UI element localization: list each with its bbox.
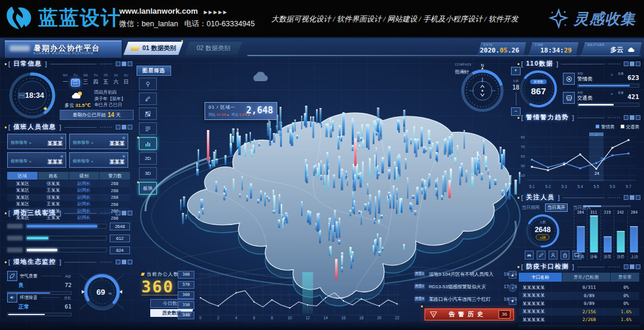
duty-cell: 副局长 [69, 195, 100, 201]
y-axis-pill: 340 [178, 312, 194, 319]
sparkle-icon [549, 8, 569, 29]
alert-nav: ▲ ● ▼ [509, 271, 516, 305]
table-row[interactable]: 某某区王某某副局长268 [7, 187, 130, 195]
lock-icon[interactable] [561, 251, 569, 260]
panel-title: 湿地生态监控 [13, 258, 56, 266]
alert-scroll-up-icon[interactable]: ▲ [509, 271, 516, 279]
tab-day-left[interactable]: 当日离开 [545, 203, 568, 212]
panel-controls[interactable] [116, 260, 132, 264]
bar-value: 264 [629, 211, 639, 215]
alert-row[interactable]: 类型4某路口有小汽车连闯三个红灯19:24 [414, 295, 517, 303]
alert-row[interactable]: 类型1湿地3-104片区有不明人员闯入19:24 [414, 270, 517, 278]
week-day[interactable]: MO一 [61, 73, 70, 87]
tab-data-category-2[interactable]: 02 数据类别 [185, 42, 242, 55]
close-icon [624, 195, 628, 200]
layer-button-pin-icon[interactable] [139, 78, 157, 90]
alert-row[interactable]: 类型2RD13-53烟感报警疑似火灾17:24 [414, 282, 517, 291]
noise-icon [7, 292, 17, 303]
table-row[interactable]: 某某某某某2/1561.6% [519, 308, 639, 316]
focus-chart-scrollbar[interactable] [583, 205, 631, 207]
panel-controls[interactable] [624, 195, 640, 200]
panel-controls[interactable] [116, 211, 132, 215]
checkpoint-name: 某某某某某 [519, 309, 565, 314]
week-day[interactable]: TU二 [71, 73, 80, 87]
duty-cell: 副局长 [69, 181, 100, 187]
table-row[interactable]: 某某某某某0/890% [519, 300, 639, 308]
zoom-out-button[interactable]: − [511, 107, 521, 116]
checkpoint-col-header[interactable]: 异常率 [611, 273, 639, 282]
panel-controls[interactable] [116, 125, 132, 129]
zoom-in-button[interactable]: + [511, 67, 521, 75]
table-row[interactable]: 某某区张某某副局长268 [7, 194, 130, 201]
layer-button-grid-icon[interactable] [139, 107, 157, 120]
layer-button-板块[interactable]: 板块 [139, 182, 157, 195]
table-row[interactable]: 某某区张某某副局长268 [7, 180, 130, 187]
week-day[interactable]: SA六 [112, 73, 120, 87]
card-close-icon[interactable]: ⊗ [60, 135, 63, 140]
week-day[interactable]: SU日 [122, 73, 131, 87]
bar[interactable] [630, 226, 638, 252]
svg-text:2: 2 [217, 316, 219, 320]
car-icon[interactable] [525, 251, 534, 260]
duty-leader-card[interactable]: 值班领导»⊗某某某 [7, 134, 66, 149]
svg-text:20: 20 [377, 316, 382, 320]
duty-leader-card[interactable]: 值班领导»⊗某某某 [69, 152, 128, 168]
duty-cell: 某某区 [7, 181, 38, 187]
layer-button-list-icon[interactable] [139, 122, 157, 135]
panel-controls[interactable] [116, 61, 132, 66]
card-close-icon[interactable]: ⊗ [60, 154, 63, 158]
week-day[interactable]: WE三 [81, 73, 90, 87]
svg-text:12: 12 [305, 316, 310, 320]
week-calendar[interactable]: MO一TU二WE三TH四FR五SA六SU日 [61, 73, 131, 87]
alert-scroll-dot-icon[interactable]: ● [509, 284, 516, 292]
pen-icon[interactable] [537, 251, 546, 260]
website-link[interactable]: www.lanlanwork.com [119, 7, 198, 16]
alert-scroll-down-icon[interactable]: ▼ [509, 297, 516, 305]
table-row[interactable]: 某某某某某0/3110% [519, 283, 639, 292]
duty-leader-card[interactable]: 值班领导»⊗某某某 [69, 134, 128, 149]
duty-cell: 副局长 [69, 187, 100, 193]
expand-icon [636, 115, 640, 120]
week-day[interactable]: TH四 [91, 73, 100, 87]
bar-slot: 264上访 [627, 210, 640, 260]
checkpoint-col-header[interactable]: 卡口名称 [519, 273, 562, 282]
duty-name: 某某某 [48, 159, 63, 166]
table-row[interactable]: 某某某某某0/890% [519, 292, 639, 300]
panel-controls[interactable] [624, 115, 640, 120]
panel-controls[interactable] [624, 264, 640, 269]
tab-data-category-1[interactable]: 01 数据类别 [123, 42, 183, 55]
layer-button-3d[interactable]: 3D [139, 167, 157, 180]
duty-cell: 张某某 [38, 195, 69, 201]
layer-button-barchart-icon[interactable] [139, 137, 157, 150]
duty-name: 某某某 [110, 140, 125, 147]
week-day[interactable]: FR五 [101, 73, 110, 87]
inspiration-collect[interactable]: 灵感收集 [549, 8, 636, 29]
flow-row: 824 [7, 246, 130, 254]
expand-icon [128, 211, 132, 215]
zoom-slider[interactable] [516, 92, 516, 106]
card-close-icon[interactable]: ⊗ [122, 135, 125, 140]
bar[interactable] [603, 236, 611, 252]
panel-controls[interactable] [624, 61, 640, 66]
panel-passenger-flow: [周边三线客流]•••••• 2648612824 [5, 209, 132, 257]
layer-button-2d[interactable]: 2D [139, 152, 157, 165]
tab-day-period[interactable]: 当日期间 [520, 204, 541, 211]
expand-icon [636, 264, 640, 269]
layer-button-signal-icon[interactable] [139, 92, 157, 105]
card-close-icon[interactable]: ⊗ [122, 154, 125, 158]
window-icon [122, 211, 126, 215]
user-icon[interactable] [549, 251, 558, 260]
table-row[interactable]: 某某区王某某副局长268 [7, 201, 130, 208]
alert-history-bar[interactable]: 告警历史 36 [425, 309, 514, 320]
checkpoint-col-header[interactable]: 异常/已检测 [562, 273, 610, 282]
svg-text:PM: PM [20, 94, 24, 97]
window-icon [122, 260, 126, 264]
bar[interactable] [617, 231, 624, 252]
svg-text:30: 30 [521, 164, 525, 168]
week-day-cn: 日 [122, 79, 131, 85]
bar[interactable] [577, 226, 584, 252]
panel-duty-personnel: [值班人员信息]•••••• 值班领导»⊗某某某值班领导»⊗某某某值班领导»⊗某… [5, 123, 132, 206]
duty-leader-card[interactable]: 值班领导»⊗某某某 [7, 152, 66, 168]
cloud-icon [627, 47, 635, 53]
bar[interactable] [590, 215, 598, 252]
